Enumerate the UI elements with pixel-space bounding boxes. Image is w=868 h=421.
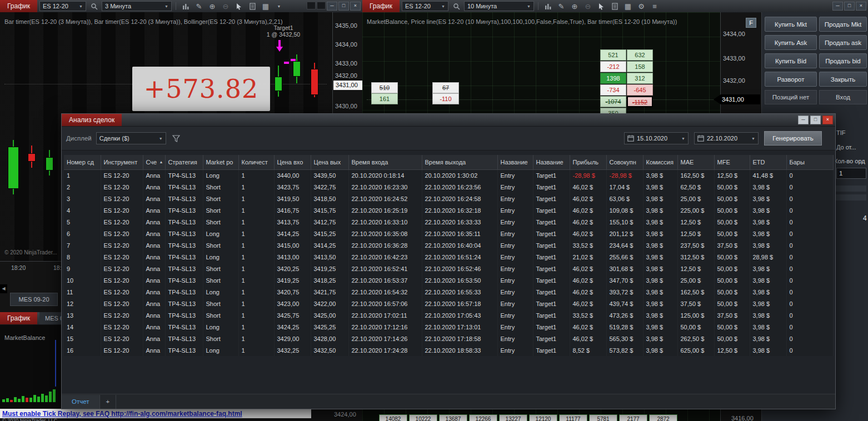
trade-row[interactable]: 1ES 12-20AnnaTP4-SL13Long13440,003439,50… — [64, 169, 833, 181]
sell-ask-button[interactable]: Продать ask — [819, 35, 867, 50]
chart-color-icon[interactable] — [307, 2, 316, 9]
column-header[interactable]: Цена вхо — [274, 155, 311, 169]
column-header[interactable]: Название — [497, 155, 533, 169]
panel-digit: 4 — [863, 214, 867, 222]
last-price-marker: 3431,00 — [714, 94, 760, 104]
trade-row[interactable]: 6ES 12-20AnnaTP4-SL13Long13414,253415,25… — [64, 228, 833, 239]
trade-row[interactable]: 16ES 12-20AnnaTP4-SL13Long13432,253432,5… — [64, 344, 833, 356]
sell-market-button[interactable]: Продать Mkt — [819, 17, 867, 32]
trade-row[interactable]: 2ES 12-20AnnaTP4-SL13Short13423,753422,7… — [64, 181, 833, 193]
column-header[interactable]: Номер сд — [64, 155, 101, 169]
buy-market-button[interactable]: Купить Mkt — [765, 17, 817, 32]
left-instrument-select[interactable]: ES 12-20 ▼ — [39, 1, 86, 11]
display-select[interactable]: Сделки ($) ▼ — [96, 132, 166, 144]
column-header[interactable]: Стратегия — [165, 155, 203, 169]
close-button[interactable]: × — [856, 2, 866, 11]
column-header[interactable]: Комиссия — [643, 155, 677, 169]
right-timeframe-select[interactable]: 10 Минута ▼ — [464, 1, 534, 11]
right-instrument-select[interactable]: ES 12-20 ▼ — [402, 1, 448, 11]
trade-row[interactable]: 4ES 12-20AnnaTP4-SL13Short13416,753415,7… — [64, 204, 833, 216]
list-icon[interactable]: ≡ — [649, 1, 660, 11]
minimize-button[interactable]: ─ — [327, 2, 337, 11]
indicators-dropdown-icon[interactable]: ▼ — [273, 1, 285, 11]
zoom-out-icon[interactable]: ⊖ — [220, 1, 231, 11]
search-icon[interactable] — [451, 1, 462, 11]
trade-row[interactable]: 12ES 12-20AnnaTP4-SL13Short13423,003422,… — [64, 298, 833, 309]
gear-icon[interactable]: ⚙ — [636, 1, 647, 11]
trades-table: Номер сдИнструментСче▲СтратегияMarket po… — [64, 155, 833, 356]
trade-row[interactable]: 15ES 12-20AnnaTP4-SL13Short13429,003428,… — [64, 333, 833, 344]
right-chart-tab[interactable]: График — [362, 0, 400, 12]
chart-style-icon[interactable] — [180, 1, 191, 11]
zoom-in-icon[interactable]: ⊕ — [207, 1, 218, 11]
column-header[interactable]: Market po — [203, 155, 238, 169]
column-header[interactable]: Совокупн — [606, 155, 643, 169]
search-icon[interactable] — [88, 1, 99, 11]
buy-bid-button[interactable]: Купить Bid — [765, 53, 817, 68]
column-header[interactable]: Количест — [238, 155, 274, 169]
zoom-in-icon[interactable]: ⊕ — [569, 1, 580, 11]
minimize-button[interactable]: ─ — [798, 116, 809, 124]
left-chart-tab[interactable]: График — [0, 0, 37, 12]
filter-icon[interactable] — [171, 133, 182, 143]
close-button[interactable]: × — [350, 2, 361, 11]
column-header[interactable]: Сче▲ — [143, 155, 165, 169]
date-to-select[interactable]: 22.10.2020 ▼ — [694, 132, 759, 144]
tif-value[interactable]: До от... — [836, 144, 856, 151]
left-timeframe-select[interactable]: 3 Минута ▼ — [102, 1, 172, 11]
panels-icon[interactable]: ▦ — [260, 1, 271, 11]
maximize-button[interactable]: □ — [338, 2, 349, 11]
column-header[interactable]: Прибыль — [570, 155, 606, 169]
generate-button[interactable]: Генерировать — [764, 131, 822, 146]
zoom-out-icon[interactable]: ⊖ — [582, 1, 593, 11]
histogram-bar — [6, 398, 9, 402]
column-header[interactable]: ETD — [750, 155, 786, 169]
column-header[interactable]: Время выхода — [422, 155, 497, 169]
trade-row[interactable]: 3ES 12-20AnnaTP4-SL13Short13419,503418,5… — [64, 193, 833, 204]
column-header[interactable]: Цена вых — [311, 155, 348, 169]
column-header[interactable]: Название — [533, 155, 570, 169]
mini-chart-tab[interactable]: График — [0, 312, 37, 324]
trade-row[interactable]: 8ES 12-20AnnaTP4-SL13Long13413,003413,50… — [64, 251, 833, 263]
buy-ask-button[interactable]: Купить Ask — [765, 35, 817, 50]
trade-row[interactable]: 5ES 12-20AnnaTP4-SL13Short13413,753412,7… — [64, 216, 833, 228]
sell-bid-button[interactable]: Продать bid — [819, 53, 867, 68]
maximize-button[interactable]: □ — [844, 2, 855, 11]
column-header[interactable]: Бары — [786, 155, 833, 169]
column-header[interactable]: MAE — [677, 155, 714, 169]
cursor-icon[interactable] — [596, 1, 607, 11]
trade-row[interactable]: 9ES 12-20AnnaTP4-SL13Short13420,253419,2… — [64, 263, 833, 274]
chart-template-icon[interactable] — [317, 2, 326, 9]
draw-tool-icon[interactable]: ✎ — [556, 1, 567, 11]
close-button[interactable]: × — [822, 116, 833, 124]
mb-cell: 312 — [627, 73, 653, 84]
trade-row[interactable]: 11ES 12-20AnnaTP4-SL13Long13420,753421,7… — [64, 286, 833, 298]
data-box-icon[interactable] — [247, 1, 258, 11]
instrument-tab-mes[interactable]: MES 09-20 — [10, 293, 58, 306]
minimize-button[interactable]: ─ — [832, 2, 843, 11]
quantity-stepper[interactable]: 1 — [836, 168, 866, 179]
close-position-button[interactable]: Закрыть — [819, 72, 867, 87]
add-tab-button[interactable]: + — [100, 395, 117, 409]
tab-report[interactable]: Отчет — [62, 395, 100, 409]
volume-cell: 12266 — [469, 414, 497, 421]
maximize-button[interactable]: □ — [810, 116, 821, 124]
date-from-select[interactable]: 15.10.2020 ▼ — [624, 132, 689, 144]
cursor-icon[interactable] — [233, 1, 245, 11]
trade-row[interactable]: 13ES 12-20AnnaTP4-SL13Short13425,753425,… — [64, 309, 833, 321]
data-box-icon[interactable] — [609, 1, 620, 11]
trade-row[interactable]: 10ES 12-20AnnaTP4-SL13Short13419,253418,… — [64, 274, 833, 286]
price-tick: 3430,00 — [335, 103, 357, 109]
column-header[interactable]: Инструмент — [101, 155, 143, 169]
panels-icon[interactable]: ▦ — [622, 1, 633, 11]
reverse-button[interactable]: Разворот — [765, 72, 817, 87]
collapse-panel-icon[interactable]: ◀ — [0, 284, 7, 293]
trade-row[interactable]: 7ES 12-20AnnaTP4-SL13Short13415,003414,2… — [64, 239, 833, 251]
draw-tool-icon[interactable]: ✎ — [193, 1, 204, 11]
dialog-titlebar[interactable]: Анализ сделок ─ □ × — [62, 114, 835, 127]
column-header[interactable]: MFE — [714, 155, 750, 169]
trade-row[interactable]: 14ES 12-20AnnaTP4-SL13Long13424,253425,2… — [64, 321, 833, 333]
column-header[interactable]: Время входа — [348, 155, 422, 169]
status-link[interactable]: Must enable Tick Replay, see FAQ http://… — [0, 410, 242, 418]
chart-style-icon[interactable] — [542, 1, 553, 11]
